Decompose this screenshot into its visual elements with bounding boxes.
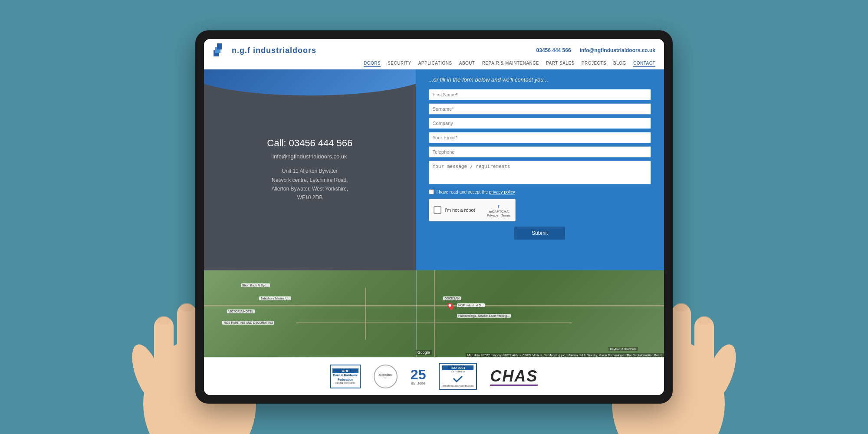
svg-rect-12: [671, 304, 691, 391]
map-pin: [446, 302, 455, 310]
address-text: Unit 11 Allerton Bywater Network centre,…: [272, 167, 349, 202]
nav-security[interactable]: SECURITY: [388, 61, 411, 67]
nav-blog[interactable]: BLOG: [613, 61, 626, 67]
site-footer: DHF Door & HardwareFederation raising st…: [204, 357, 664, 395]
map-road: [365, 288, 366, 340]
watermark-text: accredited☆: [378, 373, 392, 380]
map-divider: [416, 270, 417, 357]
iso-body: British Assessment Bureau: [442, 385, 473, 387]
email-field: [429, 132, 651, 143]
map-label-fairburn: Fairburn Ings, Newton Lane Parking...: [457, 314, 511, 318]
anniversary-badge: 25 Est 2000: [411, 368, 426, 385]
chas-badge: CHAS: [490, 367, 538, 386]
telephone-field: [429, 146, 651, 158]
chas-underline: [490, 385, 538, 386]
nav-contact[interactable]: CONTACT: [633, 61, 655, 67]
firstname-input[interactable]: [429, 89, 651, 100]
nav-doors[interactable]: DOORS: [364, 61, 381, 67]
nav-partsales[interactable]: PART SALES: [546, 61, 575, 67]
svg-point-6: [157, 316, 170, 325]
nav-bar: DOORS SECURITY APPLICATIONS ABOUT REPAIR…: [213, 61, 655, 69]
chas-text: CHAS: [490, 367, 538, 385]
site-header: n.g.f industrialdoors 03456 444 566 info…: [204, 39, 664, 69]
nav-repair[interactable]: REPAIR & MAINTENANCE: [482, 61, 539, 67]
header-phone[interactable]: 03456 444 566: [536, 47, 571, 53]
iso-checkmark: [442, 374, 473, 385]
recaptcha-label: I'm not a robot: [445, 207, 475, 213]
message-input[interactable]: [429, 161, 651, 184]
iso-badge: ISO 9001 CERTIFIED British Assessment Bu…: [439, 363, 477, 390]
header-email[interactable]: info@ngfindustrialdoors.co.uk: [580, 47, 655, 53]
dhf-middle: Door & HardwareFederation: [333, 373, 358, 381]
map-label: Short Back N Syd...: [241, 283, 270, 287]
svg-point-16: [698, 316, 711, 325]
privacy-label: I have read and accept the privacy polic…: [437, 190, 515, 194]
map-attribution: Map data ©2022 Imagery ©2022 Airbus, CNE…: [466, 353, 664, 357]
privacy-checkbox[interactable]: [429, 189, 434, 194]
iso-top: ISO 9001: [442, 365, 473, 370]
email-text: info@ngfindustrialdoors.co.uk: [273, 153, 347, 160]
logo-text: n.g.f industrialdoors: [232, 46, 316, 55]
nav-applications[interactable]: APPLICATIONS: [418, 61, 452, 67]
logo[interactable]: n.g.f industrialdoors: [213, 43, 316, 58]
submit-button[interactable]: Submit: [514, 227, 565, 240]
surname-field: [429, 103, 651, 115]
map-keyboard-shortcuts: Keyboard shortcuts: [608, 347, 638, 351]
tablet-frame: n.g.f industrialdoors 03456 444 566 info…: [195, 30, 673, 404]
message-field: [429, 161, 651, 186]
form-title: ...or fill in the form below and we'll c…: [429, 76, 651, 83]
iso-certified: CERTIFIED: [442, 370, 473, 373]
dhf-badge: DHF Door & HardwareFederation raising st…: [330, 365, 361, 388]
map-label-ngf: NGF Industrial D...: [457, 303, 485, 307]
anniversary-number: 25: [411, 368, 426, 381]
dhf-bottom: raising standards: [335, 381, 355, 384]
map-section: Short Back N Syd... Safeshore Marine U..…: [204, 270, 664, 357]
privacy-link[interactable]: privacy policy: [489, 190, 515, 194]
map-road: [434, 270, 435, 357]
map-placeholder: Short Back N Syd... Safeshore Marine U..…: [204, 270, 664, 357]
left-contact-panel: Call: 03456 444 566 info@ngfindustrialdo…: [204, 69, 416, 270]
telephone-input[interactable]: [429, 146, 651, 158]
logo-icon: [213, 43, 228, 58]
tablet-screen: n.g.f industrialdoors 03456 444 566 info…: [204, 39, 664, 395]
map-label-victoria: VICTORIA HOTEL: [227, 309, 255, 313]
map-label-docksan: DOCKSAN: [443, 296, 461, 300]
recaptcha-checkbox[interactable]: [434, 206, 441, 214]
email-input[interactable]: [429, 132, 651, 143]
main-content: Call: 03456 444 566 info@ngfindustrialdo…: [204, 69, 664, 270]
svg-point-7: [180, 303, 193, 312]
call-text: Call: 03456 444 566: [267, 138, 352, 149]
nav-about[interactable]: ABOUT: [459, 61, 475, 67]
privacy-row: I have read and accept the privacy polic…: [429, 189, 651, 194]
header-contact: 03456 444 566 info@ngfindustrialdoors.co…: [536, 47, 655, 53]
company-field: [429, 118, 651, 129]
anniversary-sub: Est 2000: [411, 381, 425, 385]
nav-projects[interactable]: PROJECTS: [582, 61, 606, 67]
recaptcha-logo: r reCAPTCHA Privacy - Terms: [487, 203, 511, 217]
svg-rect-22: [217, 43, 222, 49]
firstname-field: [429, 89, 651, 100]
watermark-badge: accredited☆: [374, 365, 398, 388]
recaptcha-box[interactable]: I'm not a robot r reCAPTCHA Privacy - Te…: [429, 199, 516, 221]
google-label: Google: [416, 350, 432, 355]
map-label-ros: ROS PAINTING AND DECORATING: [222, 321, 274, 325]
svg-rect-2: [177, 304, 197, 391]
svg-point-17: [675, 303, 688, 312]
company-input[interactable]: [429, 118, 651, 129]
dhf-top: DHF: [332, 368, 358, 373]
map-label-safeshore: Safeshore Marine U...: [259, 296, 291, 300]
right-form-panel: ...or fill in the form below and we'll c…: [416, 69, 664, 270]
surname-input[interactable]: [429, 103, 651, 115]
